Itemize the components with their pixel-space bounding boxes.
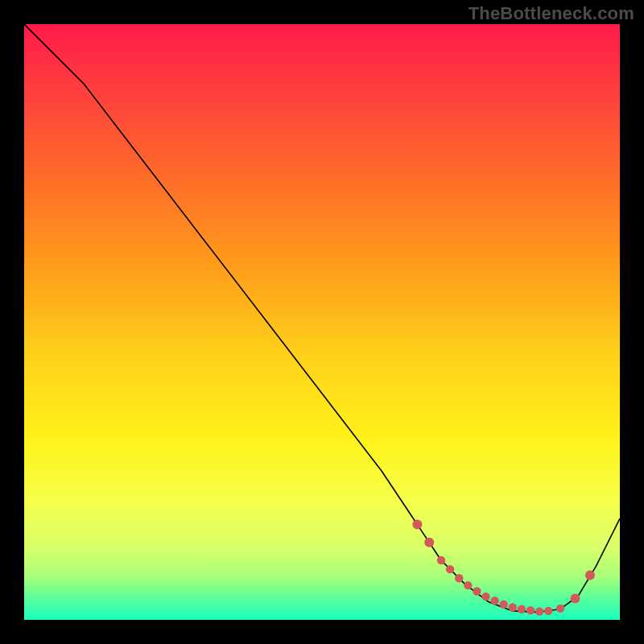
chart-frame: TheBottleneck.com: [0, 0, 644, 644]
marker-dot: [526, 606, 535, 614]
marker-dot: [455, 574, 463, 582]
marker-dot: [500, 601, 508, 609]
marker-dot: [585, 571, 595, 580]
chart-svg: [24, 24, 620, 620]
plot-area: [24, 24, 620, 620]
watermark-text: TheBottleneck.com: [469, 3, 634, 24]
marker-dot: [518, 605, 526, 613]
marker-dot: [490, 597, 498, 605]
marker-dot: [424, 538, 434, 547]
marker-dot: [556, 605, 564, 613]
marker-dot: [437, 556, 445, 564]
marker-dot: [412, 520, 422, 530]
marker-dot: [446, 565, 454, 573]
marker-dot: [535, 607, 543, 615]
marker-dot: [473, 587, 481, 595]
marker-dot: [544, 607, 552, 615]
marker-dot: [571, 593, 580, 603]
marker-dot: [464, 581, 472, 589]
marker-dot: [509, 603, 517, 611]
marker-dot: [481, 592, 489, 601]
gradient-background: [24, 24, 620, 620]
